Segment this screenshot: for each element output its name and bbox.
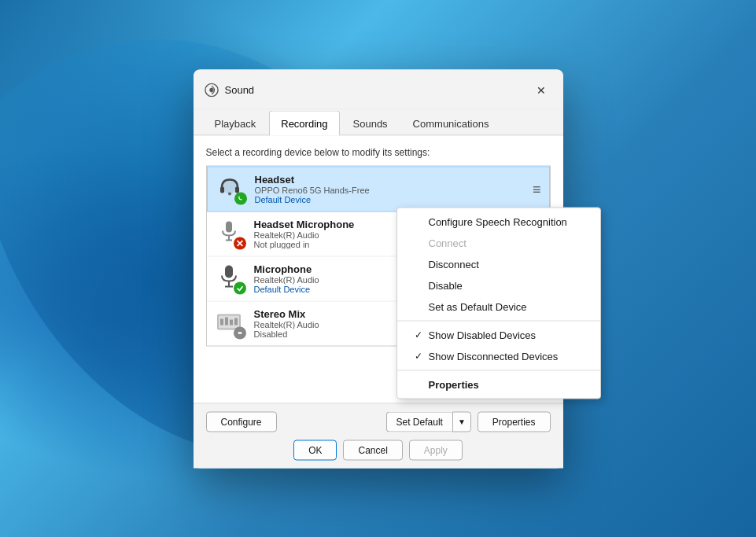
device-item-headset[interactable]: Headset OPPO Reno6 5G Hands-Free Default… xyxy=(207,166,550,211)
ctx-label-show-disconnected: Show Disconnected Devices xyxy=(429,350,559,362)
ctx-show-disabled[interactable]: ✓ Show Disabled Devices xyxy=(397,324,600,345)
svg-rect-20 xyxy=(225,317,228,325)
ctx-disconnect[interactable]: Disconnect xyxy=(397,253,600,274)
device-sub-headset: OPPO Reno6 5G Hands-Free xyxy=(255,186,528,195)
dialog-title: Sound xyxy=(225,84,530,96)
close-button[interactable]: ✕ xyxy=(530,79,552,101)
ctx-configure-speech[interactable]: Configure Speech Recognition xyxy=(397,211,600,232)
apply-button[interactable]: Apply xyxy=(409,440,463,460)
device-name-headset: Headset xyxy=(255,174,528,186)
ctx-show-disconnected[interactable]: ✓ Show Disconnected Devices xyxy=(397,345,600,366)
footer-row1: Configure Set Default ▼ Properties xyxy=(206,411,551,432)
device-status-badge-stereo-mix xyxy=(234,326,246,339)
context-menu: Configure Speech Recognition Connect Dis… xyxy=(396,207,601,399)
ctx-connect: Connect xyxy=(397,232,600,253)
set-default-arrow-button[interactable]: ▼ xyxy=(452,411,471,432)
properties-button[interactable]: Properties xyxy=(478,411,551,432)
sound-dialog: Sound ✕ Playback Recording Sounds Commun… xyxy=(194,69,563,468)
ctx-check-show-disabled: ✓ xyxy=(413,329,424,340)
content-description: Select a recording device below to modif… xyxy=(206,146,551,157)
device-status-badge-microphone xyxy=(234,281,246,294)
ctx-label-properties: Properties xyxy=(429,378,479,390)
svg-rect-7 xyxy=(226,221,232,232)
ctx-label-connect: Connect xyxy=(429,237,467,248)
device-status-badge-headset xyxy=(234,192,247,204)
dialog-icon xyxy=(205,83,219,97)
configure-button[interactable]: Configure xyxy=(206,411,277,432)
device-icon-headset-mic-wrap xyxy=(215,218,246,249)
ctx-separator-2 xyxy=(397,370,600,370)
footer-row2: OK Cancel Apply xyxy=(206,440,551,460)
ctx-label-disconnect: Disconnect xyxy=(429,258,479,270)
svg-point-6 xyxy=(235,193,246,204)
cancel-button[interactable]: Cancel xyxy=(343,440,402,460)
tab-playback[interactable]: Playback xyxy=(203,110,268,135)
device-icon-microphone-wrap xyxy=(215,263,246,294)
device-icon-headset-wrap xyxy=(216,173,247,204)
tab-sounds[interactable]: Sounds xyxy=(341,110,400,135)
set-default-main-button[interactable]: Set Default xyxy=(386,411,452,432)
ok-button[interactable]: OK xyxy=(293,440,337,460)
svg-point-16 xyxy=(234,282,245,293)
ctx-set-default[interactable]: Set as Default Device xyxy=(397,296,600,317)
ctx-label-configure-speech: Configure Speech Recognition xyxy=(429,215,567,227)
ctx-disable[interactable]: Disable xyxy=(397,274,600,296)
device-status-headset: Default Device xyxy=(255,195,528,204)
svg-rect-3 xyxy=(220,186,224,193)
tab-recording[interactable]: Recording xyxy=(269,110,339,135)
ctx-check-show-disconnected: ✓ xyxy=(413,351,424,362)
right-buttons: Set Default ▼ Properties xyxy=(386,411,551,432)
svg-point-5 xyxy=(228,192,231,195)
set-default-button-group: Set Default ▼ xyxy=(386,411,471,432)
device-info-headset: Headset OPPO Reno6 5G Hands-Free Default… xyxy=(255,174,528,204)
tab-communications[interactable]: Communications xyxy=(401,110,501,135)
svg-rect-21 xyxy=(230,319,233,325)
context-menu-dots-headset[interactable]: ≡ xyxy=(533,182,541,196)
ctx-separator-1 xyxy=(397,320,600,321)
ctx-label-show-disabled: Show Disabled Devices xyxy=(429,329,537,340)
ctx-label-disable: Disable xyxy=(429,279,463,291)
ctx-properties[interactable]: Properties xyxy=(397,373,600,395)
svg-rect-13 xyxy=(225,265,233,278)
tabs-bar: Playback Recording Sounds Communications xyxy=(194,109,563,135)
titlebar: Sound ✕ xyxy=(194,69,563,109)
device-status-badge-headset-mic xyxy=(234,237,246,249)
dialog-footer: Configure Set Default ▼ Properties OK Ca… xyxy=(194,403,563,468)
ctx-label-set-default: Set as Default Device xyxy=(429,300,527,312)
svg-rect-19 xyxy=(220,318,223,325)
device-icon-stereo-mix-wrap xyxy=(215,307,246,339)
